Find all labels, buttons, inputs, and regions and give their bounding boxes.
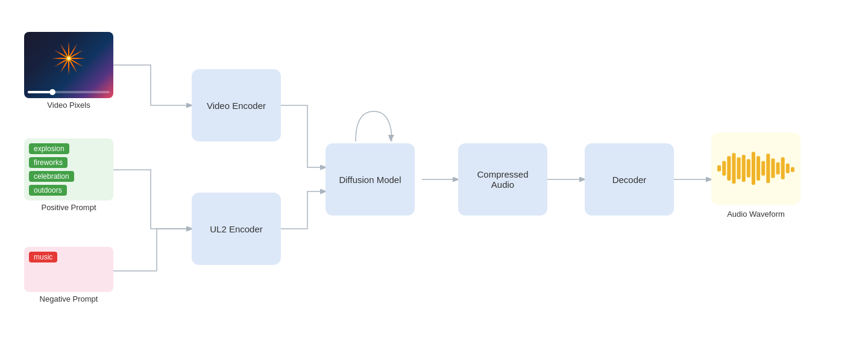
positive-prompt-box: explosion fireworks celebration outdoors <box>24 138 113 200</box>
tag-outdoors: outdoors <box>29 185 67 196</box>
positive-prompt-label: Positive Prompt <box>24 203 113 212</box>
video-pixels-label: Video Pixels <box>24 101 113 110</box>
svg-rect-5 <box>737 158 741 180</box>
svg-rect-13 <box>776 163 780 175</box>
video-progress-fill <box>28 91 52 93</box>
svg-rect-12 <box>771 159 775 178</box>
svg-rect-2 <box>722 161 726 176</box>
tag-music: music <box>29 252 57 262</box>
video-input-container: Video Pixels <box>24 32 113 110</box>
svg-rect-7 <box>747 160 750 178</box>
waveform-box <box>711 132 800 205</box>
svg-rect-6 <box>742 155 746 182</box>
svg-rect-4 <box>732 154 735 184</box>
decoder-box: Decoder <box>585 143 674 216</box>
video-progress-dot <box>49 89 55 95</box>
diffusion-model-label: Diffusion Model <box>339 175 401 185</box>
svg-rect-1 <box>717 166 721 172</box>
svg-rect-9 <box>756 157 760 181</box>
tag-fireworks: fireworks <box>29 157 68 168</box>
svg-marker-0 <box>388 135 394 141</box>
ul2-encoder-box: UL2 Encoder <box>192 193 281 265</box>
audio-waveform-node: Audio Waveform <box>711 132 800 219</box>
negative-prompt-box: music <box>24 247 113 292</box>
compressed-audio-box: Compressed Audio <box>458 143 547 216</box>
video-progress-bar <box>28 91 110 93</box>
video-encoder-label: Video Encoder <box>207 101 266 111</box>
audio-waveform-label: Audio Waveform <box>711 210 800 219</box>
svg-rect-8 <box>752 152 755 185</box>
firework-center <box>66 56 71 61</box>
compressed-audio-node: Compressed Audio <box>458 143 547 216</box>
svg-rect-10 <box>761 161 765 176</box>
diffusion-model-node: Diffusion Model <box>326 143 422 216</box>
diagram-wrapper: Video Pixels explosion fireworks celebra… <box>24 12 844 339</box>
video-encoder-node: Video Encoder <box>192 69 281 141</box>
video-encoder-box: Video Encoder <box>192 69 281 141</box>
positive-prompt-container: explosion fireworks celebration outdoors… <box>24 138 113 212</box>
self-loop-svg <box>344 108 404 144</box>
waveform-svg <box>716 143 796 193</box>
ul2-encoder-node: UL2 Encoder <box>192 193 281 265</box>
tag-explosion: explosion <box>29 143 69 154</box>
decoder-label: Decoder <box>612 175 647 185</box>
svg-rect-15 <box>786 164 790 173</box>
negative-prompt-container: music Negative Prompt <box>24 247 113 303</box>
video-box <box>24 32 113 98</box>
ul2-encoder-label: UL2 Encoder <box>210 224 263 234</box>
svg-rect-3 <box>727 157 731 181</box>
diffusion-model-box: Diffusion Model <box>326 143 415 216</box>
tag-celebration: celebration <box>29 171 74 182</box>
svg-rect-16 <box>791 167 794 172</box>
svg-rect-14 <box>781 158 785 180</box>
decoder-node: Decoder <box>585 143 674 216</box>
fireworks-visual <box>24 32 113 98</box>
compressed-audio-label: Compressed Audio <box>477 169 528 190</box>
svg-rect-11 <box>766 154 770 184</box>
negative-prompt-label: Negative Prompt <box>24 294 113 303</box>
